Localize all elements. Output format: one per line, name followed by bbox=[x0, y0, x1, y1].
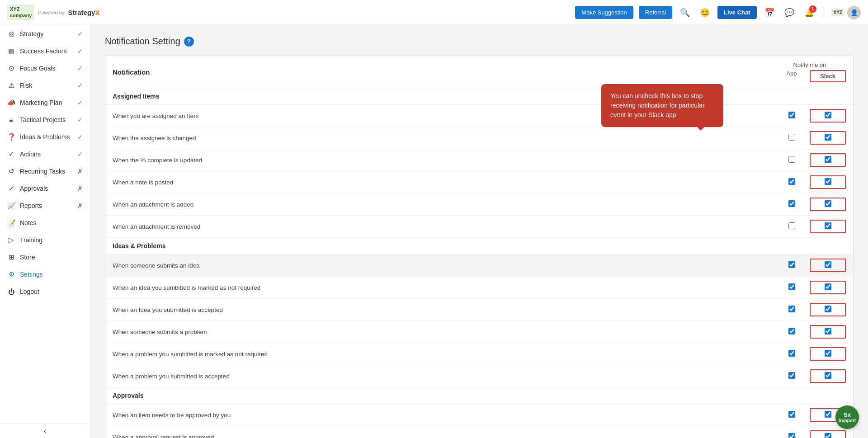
slack-checkbox[interactable] bbox=[825, 328, 831, 334]
sidebar-icon-training: ▷ bbox=[7, 236, 15, 244]
support-button[interactable]: Sx Support bbox=[835, 405, 859, 429]
sidebar-item-settings[interactable]: ⚙ Settings bbox=[0, 266, 90, 283]
emoji-icon[interactable]: 😊 bbox=[698, 5, 712, 20]
live-chat-button[interactable]: Live Chat bbox=[717, 6, 757, 19]
app-checkbox-col bbox=[774, 433, 810, 438]
main-content: Notification Setting ? You can uncheck t… bbox=[90, 25, 868, 438]
app-checkbox[interactable] bbox=[788, 134, 795, 141]
table-row: When you are assigned an Item bbox=[105, 105, 853, 127]
row-label: When an attachment is added bbox=[113, 201, 774, 208]
sidebar-icon-logout: ⏻ bbox=[7, 287, 15, 296]
table-row: When an item needs to be approved by you bbox=[105, 404, 853, 426]
slack-checkbox[interactable] bbox=[825, 156, 831, 163]
status-check-red: ✗ bbox=[77, 185, 83, 192]
make-suggestion-button[interactable]: Make Suggestion bbox=[575, 6, 633, 19]
search-icon[interactable]: 🔍 bbox=[678, 5, 692, 20]
sidebar-icon-success-factors: ▦ bbox=[7, 47, 15, 55]
notify-me-on-label: Notify me on App Slack bbox=[774, 61, 846, 82]
app-checkbox[interactable] bbox=[788, 433, 795, 438]
status-check-green: ✓ bbox=[77, 30, 83, 38]
app-checkbox[interactable] bbox=[788, 372, 795, 379]
chat-icon[interactable]: 💬 bbox=[782, 5, 797, 20]
slack-checkbox-col bbox=[810, 325, 846, 339]
app-checkbox[interactable] bbox=[788, 350, 795, 357]
slack-checkbox[interactable] bbox=[825, 283, 831, 290]
slack-checkbox[interactable] bbox=[825, 112, 831, 118]
row-label: When a problem you sumbitted is marked a… bbox=[113, 351, 774, 358]
slack-checkbox[interactable] bbox=[825, 306, 831, 312]
app-checkbox[interactable] bbox=[788, 112, 795, 118]
sidebar: ◎ Strategy ✓ ▦ Success Factors ✓ ⊙ Focus… bbox=[0, 25, 90, 438]
notification-card: Notification Notify me on App Slack Assi… bbox=[105, 56, 854, 438]
app-checkbox[interactable] bbox=[788, 283, 795, 290]
slack-checkbox[interactable] bbox=[825, 350, 831, 357]
app-checkbox[interactable] bbox=[788, 411, 795, 418]
sidebar-icon-marketing-plan: 📣 bbox=[7, 99, 15, 107]
sidebar-collapse-button[interactable]: ‹ bbox=[0, 423, 90, 438]
app-checkbox[interactable] bbox=[788, 222, 795, 229]
sidebar-item-recurring-tasks[interactable]: ↺ Recurring Tasks ✗ bbox=[0, 163, 90, 180]
app-checkbox-col bbox=[774, 328, 810, 336]
table-row: When a problem you sumbitted is marked a… bbox=[105, 343, 853, 365]
slack-checkbox[interactable] bbox=[825, 200, 831, 207]
app-checkbox[interactable] bbox=[788, 261, 795, 268]
user-area[interactable]: XYZ 👤 bbox=[831, 6, 861, 19]
sidebar-item-training[interactable]: ▷ Training bbox=[0, 231, 90, 249]
table-row: When the % complete is updated bbox=[105, 149, 853, 171]
slack-checkbox[interactable] bbox=[825, 433, 831, 438]
sidebar-item-store[interactable]: ⊞ Store bbox=[0, 249, 90, 266]
sidebar-item-reports[interactable]: 📈 Reports ✗ bbox=[0, 197, 90, 214]
row-label: When a note is posted bbox=[113, 179, 774, 186]
slack-checkbox-col bbox=[810, 347, 846, 361]
sidebar-item-approvals[interactable]: ✓ Approvals ✗ bbox=[0, 180, 90, 197]
sidebar-item-actions[interactable]: ✓ Actions ✓ bbox=[0, 146, 90, 163]
referral-button[interactable]: Referral bbox=[639, 6, 672, 19]
sidebar-item-logout[interactable]: ⏻ Logout bbox=[0, 283, 90, 300]
page-title-area: Notification Setting ? bbox=[105, 36, 854, 47]
table-row: When a problem you submitted is accepted bbox=[105, 365, 853, 387]
slack-checkbox[interactable] bbox=[825, 261, 831, 268]
status-check-green: ✓ bbox=[77, 65, 83, 72]
app-checkbox[interactable] bbox=[788, 306, 795, 312]
calendar-icon[interactable]: 📅 bbox=[762, 5, 777, 20]
sidebar-item-focus-goals[interactable]: ⊙ Focus Goals ✓ bbox=[0, 60, 90, 77]
section-header-1: Ideas & Problems bbox=[105, 238, 853, 254]
sidebar-label-marketing-plan: Marketing Plan bbox=[20, 99, 73, 106]
sidebar-icon-store: ⊞ bbox=[7, 253, 15, 261]
table-row: When the assignee is changed bbox=[105, 127, 853, 149]
slack-checkbox[interactable] bbox=[825, 372, 831, 379]
app-col-header: App bbox=[774, 70, 810, 82]
app-checkbox-col bbox=[774, 222, 810, 231]
sidebar-item-ideas-problems[interactable]: ❓ Ideas & Problems ✓ bbox=[0, 128, 90, 146]
help-icon[interactable]: ? bbox=[184, 37, 194, 47]
sidebar-item-notes[interactable]: 📝 Notes bbox=[0, 214, 90, 231]
sidebar-label-tactical-projects: Tactical Projects bbox=[20, 116, 73, 123]
sidebar-item-strategy[interactable]: ◎ Strategy ✓ bbox=[0, 25, 90, 42]
table-row: When someone submits an idea bbox=[105, 254, 853, 277]
status-check-green: ✓ bbox=[77, 47, 83, 55]
slack-checkbox-col bbox=[810, 369, 846, 383]
app-checkbox[interactable] bbox=[788, 156, 795, 163]
app-checkbox[interactable] bbox=[788, 328, 795, 334]
slack-checkbox-col bbox=[810, 259, 846, 272]
sidebar-item-tactical-projects[interactable]: ≡ Tactical Projects ✓ bbox=[0, 111, 90, 128]
slack-checkbox-col bbox=[810, 220, 846, 233]
slack-checkbox[interactable] bbox=[825, 178, 831, 185]
app-checkbox-col bbox=[774, 350, 810, 358]
app-checkbox-col bbox=[774, 134, 810, 142]
sidebar-icon-actions: ✓ bbox=[7, 150, 15, 158]
sidebar-item-success-factors[interactable]: ▦ Success Factors ✓ bbox=[0, 42, 90, 60]
sidebar-label-actions: Actions bbox=[20, 151, 73, 158]
app-checkbox[interactable] bbox=[788, 200, 795, 207]
table-row: When an attachment is removed bbox=[105, 216, 853, 238]
slack-checkbox[interactable] bbox=[825, 222, 831, 229]
app-checkbox-col bbox=[774, 156, 810, 164]
sidebar-item-risk[interactable]: ⚠ Risk ✓ bbox=[0, 77, 90, 94]
slack-checkbox[interactable] bbox=[825, 411, 831, 418]
slack-checkbox[interactable] bbox=[825, 134, 831, 141]
app-checkbox[interactable] bbox=[788, 178, 795, 185]
sidebar-item-marketing-plan[interactable]: 📣 Marketing Plan ✓ bbox=[0, 94, 90, 111]
notification-button[interactable]: 🔔 1 bbox=[802, 5, 816, 20]
logo-area: XYZcompany Powered by StrategyX bbox=[7, 5, 99, 20]
sidebar-label-recurring-tasks: Recurring Tasks bbox=[20, 168, 73, 175]
